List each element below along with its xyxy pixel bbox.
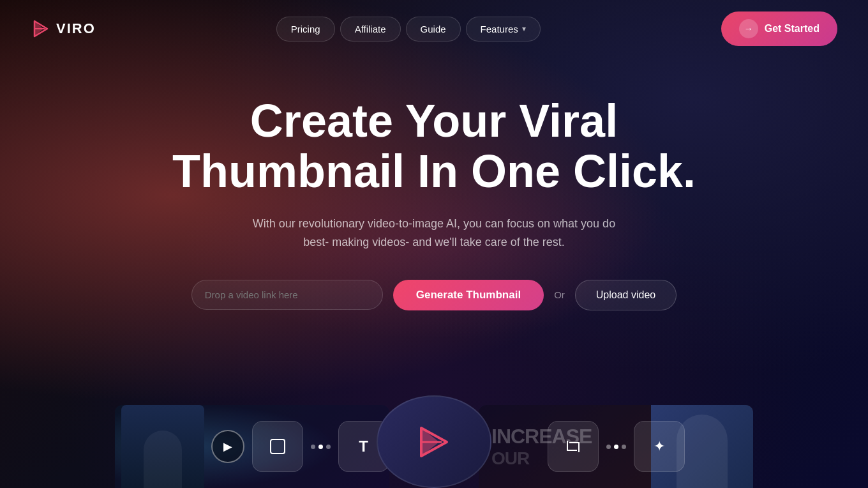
nav-affiliate[interactable]: Affiliate bbox=[340, 17, 401, 42]
nav-pricing[interactable]: Pricing bbox=[276, 17, 335, 42]
dot bbox=[606, 445, 611, 449]
dot-active bbox=[318, 445, 323, 449]
crop-tool-icon bbox=[252, 421, 303, 472]
upload-video-button[interactable]: Upload video bbox=[575, 280, 677, 310]
header: VIRO Pricing Affiliate Guide Features ▾ … bbox=[0, 0, 868, 57]
logo[interactable]: VIRO bbox=[31, 19, 96, 39]
hero-section: Create Your Viral Thumbnail In One Click… bbox=[0, 57, 868, 336]
or-divider: Or bbox=[554, 289, 565, 300]
chevron-down-icon: ▾ bbox=[522, 24, 526, 33]
nav-features[interactable]: Features ▾ bbox=[466, 17, 541, 42]
get-started-button[interactable]: → Get Started bbox=[721, 11, 837, 46]
preview-right-inner: INCREASE OUR bbox=[479, 405, 753, 488]
sparkle-icon: ✦ bbox=[634, 421, 685, 472]
dot bbox=[326, 445, 331, 449]
crop-icon-right bbox=[548, 421, 599, 472]
tool-icons-row: ▶ T bbox=[211, 421, 389, 472]
dot bbox=[622, 445, 626, 449]
play-button-icon: ▶ bbox=[211, 430, 244, 463]
preview-left-panel: ▶ T bbox=[115, 405, 389, 488]
center-viro-logo bbox=[415, 423, 453, 461]
logo-text: VIRO bbox=[56, 20, 96, 37]
main-nav: Pricing Affiliate Guide Features ▾ bbox=[276, 17, 541, 42]
arrow-right-icon: → bbox=[739, 19, 758, 38]
cta-row: Generate Thumbnail Or Upload video bbox=[13, 280, 855, 310]
logo-icon bbox=[31, 19, 51, 39]
dots-left bbox=[311, 445, 331, 449]
preview-left-inner: ▶ T bbox=[115, 405, 389, 488]
preview-center-logo bbox=[377, 395, 491, 488]
tool-icons-row-right: ✦ bbox=[548, 421, 685, 472]
nav-guide[interactable]: Guide bbox=[406, 17, 461, 42]
hero-subtitle: With our revolutionary video-to-image AI… bbox=[243, 215, 625, 252]
dots-right bbox=[606, 445, 626, 449]
dot bbox=[311, 445, 315, 449]
svg-rect-4 bbox=[271, 439, 285, 454]
hero-title: Create Your Viral Thumbnail In One Click… bbox=[147, 96, 721, 197]
generate-thumbnail-button[interactable]: Generate Thumbnail bbox=[393, 280, 544, 310]
preview-right-panel: INCREASE OUR bbox=[479, 405, 753, 488]
preview-strip: ▶ T bbox=[0, 399, 868, 488]
person-silhouette-left bbox=[121, 405, 204, 488]
dot-active bbox=[614, 445, 618, 449]
video-link-input[interactable] bbox=[191, 280, 383, 310]
page-wrapper: VIRO Pricing Affiliate Guide Features ▾ … bbox=[0, 0, 868, 488]
